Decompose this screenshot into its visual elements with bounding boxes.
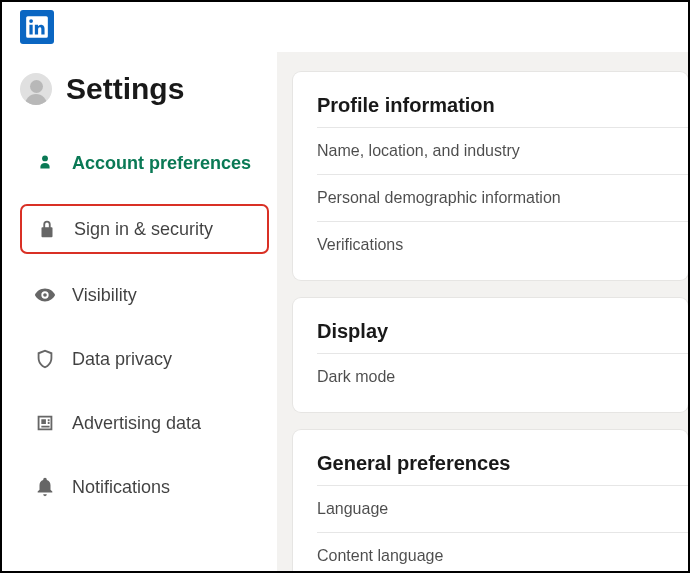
row-name-location-industry[interactable]: Name, location, and industry — [317, 127, 688, 174]
sidebar-item-label: Data privacy — [72, 349, 172, 370]
sidebar-item-notifications[interactable]: Notifications — [20, 464, 269, 510]
row-language[interactable]: Language — [317, 485, 688, 532]
svg-point-0 — [42, 155, 48, 161]
sidebar-item-account-preferences[interactable]: Account preferences — [20, 140, 269, 186]
section-title: Profile information — [317, 94, 688, 117]
sidebar-item-label: Account preferences — [72, 153, 251, 174]
avatar[interactable] — [20, 73, 52, 105]
sidebar-item-advertising-data[interactable]: Advertising data — [20, 400, 269, 446]
section-general-preferences: General preferences Language Content lan… — [293, 430, 688, 571]
eye-icon — [34, 284, 56, 306]
sidebar-item-visibility[interactable]: Visibility — [20, 272, 269, 318]
sidebar-item-sign-in-security[interactable]: Sign in & security — [20, 204, 269, 254]
settings-header: Settings — [20, 72, 269, 106]
section-title: Display — [317, 320, 688, 343]
sidebar-item-label: Advertising data — [72, 413, 201, 434]
section-title: General preferences — [317, 452, 688, 475]
row-dark-mode[interactable]: Dark mode — [317, 353, 688, 400]
newspaper-icon — [34, 412, 56, 434]
sidebar-item-label: Notifications — [72, 477, 170, 498]
section-profile-information: Profile information Name, location, and … — [293, 72, 688, 280]
topbar — [2, 2, 688, 52]
row-content-language[interactable]: Content language — [317, 532, 688, 571]
page-title: Settings — [66, 72, 184, 106]
row-verifications[interactable]: Verifications — [317, 221, 688, 268]
sidebar-item-data-privacy[interactable]: Data privacy — [20, 336, 269, 382]
person-icon — [34, 152, 56, 174]
main-panel: Profile information Name, location, and … — [277, 52, 688, 571]
row-personal-demographic-info[interactable]: Personal demographic information — [317, 174, 688, 221]
bell-icon — [34, 476, 56, 498]
container: Settings Account preferences Sign in & s… — [2, 52, 688, 571]
sidebar-item-label: Visibility — [72, 285, 137, 306]
shield-icon — [34, 348, 56, 370]
section-display: Display Dark mode — [293, 298, 688, 412]
linkedin-logo-icon[interactable] — [20, 10, 54, 44]
sidebar: Settings Account preferences Sign in & s… — [2, 52, 277, 571]
sidebar-item-label: Sign in & security — [74, 219, 213, 240]
lock-icon — [36, 218, 58, 240]
